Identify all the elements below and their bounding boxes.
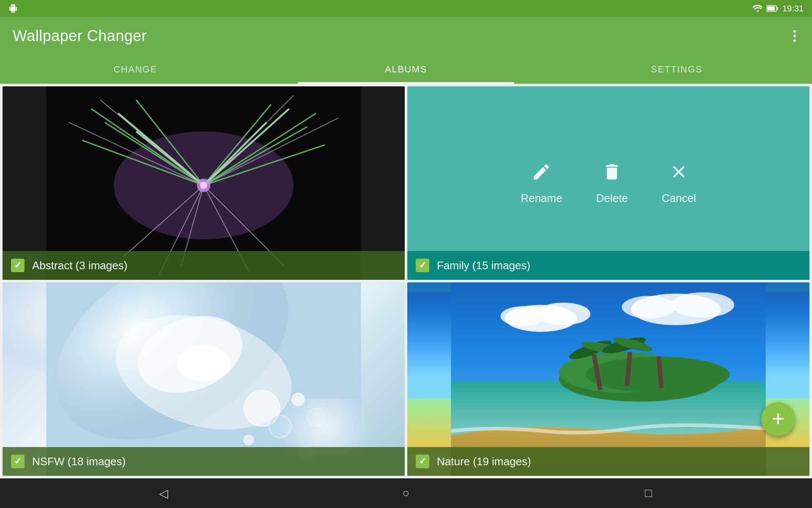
album-card-nature[interactable]: ✓ Nature (19 images) (407, 282, 809, 476)
status-bar: 19:31 (0, 0, 812, 17)
dot2 (793, 35, 796, 37)
album-grid: ✓ Abstract (3 images) Rename (0, 84, 812, 478)
recents-button[interactable]: □ (636, 480, 661, 506)
family-checkbox[interactable]: ✓ (416, 259, 429, 272)
app-title: Wallpaper Changer (13, 27, 147, 45)
cancel-label: Cancel (662, 192, 696, 205)
nature-check-icon: ✓ (419, 456, 426, 467)
nature-checkbox[interactable]: ✓ (416, 455, 429, 468)
time-display: 19:31 (782, 4, 804, 14)
cancel-button[interactable]: Cancel (662, 162, 696, 205)
svg-point-32 (244, 390, 280, 426)
delete-label: Delete (596, 192, 628, 205)
tab-settings[interactable]: SETTINGS (541, 55, 812, 84)
album-card-abstract[interactable]: ✓ Abstract (3 images) (3, 86, 405, 280)
back-icon: ◁ (159, 486, 168, 500)
app-bar: Wallpaper Changer (0, 17, 812, 55)
delete-button[interactable]: Delete (596, 162, 628, 205)
abstract-checkbox[interactable]: ✓ (11, 259, 25, 272)
family-label-bar: ✓ Family (15 images) (407, 251, 809, 280)
svg-point-33 (269, 415, 291, 438)
svg-point-39 (177, 345, 231, 381)
nsfw-album-name: NSFW (18 images) (32, 455, 126, 468)
abstract-check-icon: ✓ (14, 260, 22, 271)
rename-button[interactable]: Rename (521, 162, 562, 205)
add-icon: + (772, 408, 785, 430)
battery-icon (766, 5, 778, 12)
nsfw-label-bar: ✓ NSFW (18 images) (3, 447, 405, 476)
nature-label-bar: ✓ Nature (19 images) (407, 447, 809, 476)
dot3 (793, 39, 796, 42)
svg-point-28 (200, 182, 207, 189)
svg-rect-3 (777, 7, 778, 10)
overflow-menu-button[interactable] (790, 27, 799, 45)
status-bar-left (8, 4, 18, 13)
rename-label: Rename (521, 192, 562, 205)
album-card-nsfw[interactable]: ✓ NSFW (18 images) (3, 282, 405, 476)
tab-change[interactable]: CHANGE (0, 55, 271, 84)
delete-icon (602, 162, 622, 187)
nsfw-checkbox[interactable]: ✓ (11, 455, 25, 468)
dot1 (793, 30, 796, 33)
svg-point-0 (757, 10, 759, 12)
nature-album-name: Nature (19 images) (437, 455, 531, 468)
rename-icon (531, 162, 551, 187)
home-icon: ○ (403, 486, 410, 500)
cancel-icon (669, 162, 689, 187)
svg-point-43 (500, 306, 545, 326)
wifi-icon (752, 5, 762, 12)
home-button[interactable]: ○ (393, 480, 419, 506)
family-album-name: Family (15 images) (437, 259, 530, 272)
back-button[interactable]: ◁ (151, 480, 176, 506)
android-icon (8, 4, 18, 13)
family-check-icon: ✓ (419, 260, 426, 271)
nsfw-check-icon: ✓ (14, 456, 22, 467)
svg-point-35 (307, 409, 325, 427)
navigation-bar: ◁ ○ □ (0, 478, 812, 508)
status-bar-right: 19:31 (752, 4, 804, 14)
svg-point-36 (243, 434, 254, 445)
content-wrapper: ✓ Abstract (3 images) Rename (0, 84, 812, 478)
family-actions: Rename Delete (521, 162, 696, 205)
svg-point-45 (671, 292, 734, 318)
tab-bar: CHANGE ALBUMS SETTINGS (0, 55, 812, 84)
tab-albums[interactable]: ALBUMS (271, 55, 541, 84)
album-card-family[interactable]: Rename Delete (407, 86, 809, 280)
abstract-label-bar: ✓ Abstract (3 images) (3, 251, 405, 280)
svg-point-46 (622, 296, 676, 318)
abstract-album-name: Abstract (3 images) (32, 259, 127, 272)
svg-point-34 (291, 392, 305, 406)
add-album-fab[interactable]: + (761, 402, 795, 436)
recents-icon: □ (645, 486, 652, 500)
svg-rect-2 (767, 6, 775, 11)
